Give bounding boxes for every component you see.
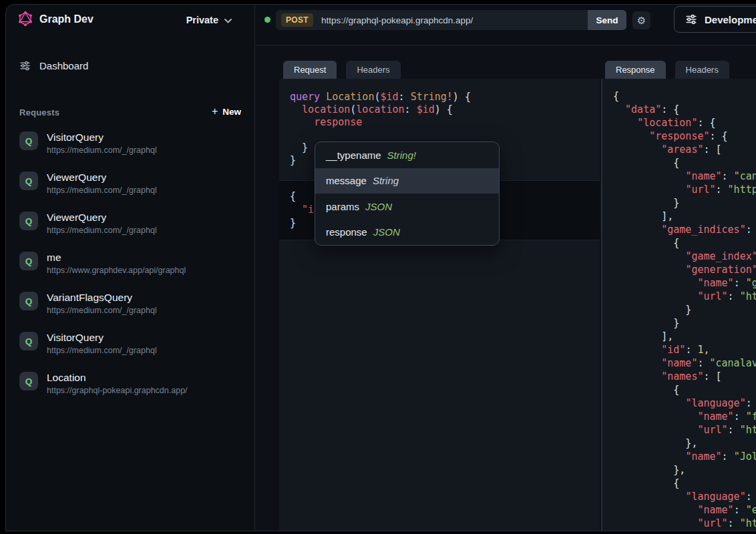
connection-status-dot: [264, 17, 270, 23]
tab-request-headers[interactable]: Headers: [346, 61, 400, 79]
request-url: https://medium.com/_/graphql: [47, 345, 157, 356]
request-url: https://medium.com/_/graphql: [47, 305, 157, 316]
field-name: __typename: [326, 150, 381, 161]
query-badge: Q: [19, 372, 38, 390]
plus-icon: +: [212, 106, 218, 117]
url-bar[interactable]: POST https://graphql-pokeapi.graphcdn.ap…: [276, 10, 626, 30]
http-method-badge[interactable]: POST: [281, 13, 313, 27]
autocomplete-item[interactable]: response JSON: [315, 220, 499, 246]
response-tab-row: Response Headers: [601, 61, 756, 79]
autocomplete-item-selected[interactable]: message String: [315, 168, 499, 194]
request-url: https://medium.com/_/graphql: [47, 145, 157, 156]
environment-label: Development: [705, 14, 756, 25]
request-title: VisitorQuery: [47, 131, 157, 144]
request-list-item[interactable]: Q VisitorQueryhttps://medium.com/_/graph…: [6, 129, 254, 169]
request-list-item[interactable]: Q VisitorQueryhttps://medium.com/_/graph…: [6, 329, 254, 369]
tab-request[interactable]: Request: [283, 61, 337, 79]
request-list: Q VisitorQueryhttps://medium.com/_/graph…: [6, 129, 254, 409]
sliders-icon: [685, 13, 697, 25]
request-url: https://medium.com/_/graphql: [47, 225, 157, 236]
app-window: Graph Dev Private Dashboard Requests + N…: [5, 4, 756, 531]
sliders-icon: [19, 60, 31, 71]
field-name: params: [326, 201, 359, 212]
query-badge: Q: [19, 212, 38, 230]
tab-response[interactable]: Response: [605, 61, 666, 79]
request-panel: Request Headers query Location($id: Stri…: [279, 61, 600, 531]
field-type: JSON: [373, 226, 400, 238]
request-title: me: [47, 251, 186, 264]
environment-selector-button[interactable]: Development: [674, 6, 756, 33]
new-request-button[interactable]: + New: [212, 106, 241, 117]
field-name: message: [326, 175, 367, 186]
field-type: String: [373, 175, 399, 186]
field-name: response: [326, 226, 367, 238]
request-url: https://medium.com/_/graphql: [47, 185, 157, 196]
graphql-logo-icon: [17, 10, 34, 27]
visibility-label: Private: [186, 15, 218, 25]
field-type: String!: [387, 150, 416, 161]
request-panel-filler: [279, 240, 600, 531]
send-button[interactable]: Send: [588, 10, 626, 30]
autocomplete-item[interactable]: __typename String!: [315, 142, 499, 168]
tab-response-headers[interactable]: Headers: [675, 61, 729, 79]
autocomplete-dropdown: __typename String! message String params…: [315, 142, 500, 246]
sidebar-item-dashboard[interactable]: Dashboard: [6, 58, 254, 73]
query-badge: Q: [19, 332, 38, 350]
field-type: JSON: [365, 201, 392, 212]
request-url: https://graphql-pokeapi.graphcdn.app/: [47, 385, 188, 396]
main-content: Request Headers query Location($id: Stri…: [255, 45, 756, 531]
settings-button[interactable]: ⚙: [632, 11, 650, 29]
sidebar: Graph Dev Private Dashboard Requests + N…: [6, 5, 255, 531]
request-title: ViewerQuery: [47, 171, 157, 184]
dashboard-label: Dashboard: [39, 60, 88, 71]
request-tab-row: Request Headers: [279, 61, 600, 79]
requests-label: Requests: [19, 107, 59, 117]
request-list-item[interactable]: Q Locationhttps://graphql-pokeapi.graphc…: [6, 369, 254, 409]
requests-section-header: Requests + New: [6, 106, 254, 119]
query-badge: Q: [19, 131, 38, 150]
request-list-item[interactable]: Q VariantFlagsQueryhttps://medium.com/_/…: [6, 289, 254, 329]
chevron-down-icon: [224, 15, 232, 25]
query-badge: Q: [19, 172, 38, 190]
workspace-visibility-selector[interactable]: Private: [186, 15, 232, 25]
request-list-item[interactable]: Q ViewerQueryhttps://medium.com/_/graphq…: [6, 169, 254, 209]
new-label: New: [222, 107, 241, 117]
query-badge: Q: [19, 292, 38, 310]
query-badge: Q: [19, 252, 38, 270]
app-title: Graph Dev: [39, 13, 93, 25]
response-panel: Response Headers { "data": { "location":…: [601, 61, 756, 531]
request-title: Location: [47, 371, 188, 384]
request-title: VariantFlagsQuery: [47, 291, 157, 304]
autocomplete-item[interactable]: params JSON: [315, 194, 499, 220]
request-title: VisitorQuery: [47, 331, 157, 344]
request-list-item[interactable]: Q ViewerQueryhttps://medium.com/_/graphq…: [6, 209, 254, 249]
endpoint-url-input[interactable]: https://graphql-pokeapi.graphcdn.app/: [321, 15, 588, 25]
response-json-view[interactable]: { "data": { "location": { "response": { …: [601, 79, 756, 531]
topbar: POST https://graphql-pokeapi.graphcdn.ap…: [255, 5, 756, 45]
request-list-item[interactable]: Q mehttps://www.graphdev.app/api/graphql: [6, 249, 254, 289]
gear-icon: ⚙: [637, 15, 646, 27]
request-url: https://www.graphdev.app/api/graphql: [47, 265, 186, 276]
request-title: ViewerQuery: [47, 211, 157, 224]
